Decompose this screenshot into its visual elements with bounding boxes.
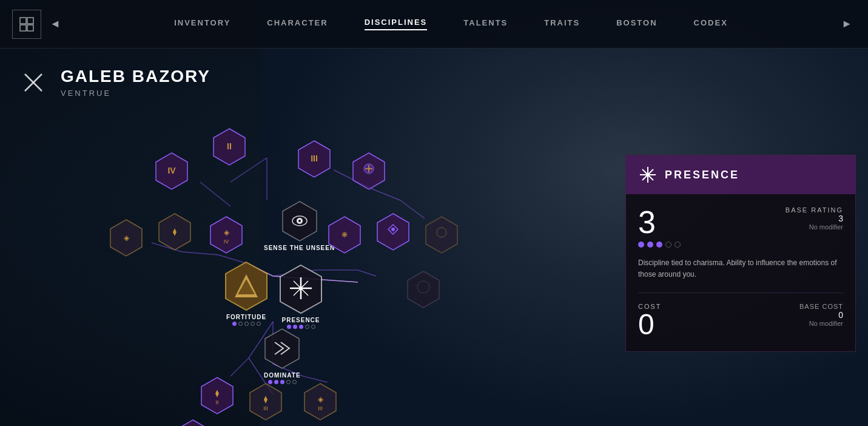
svg-rect-0 (20, 18, 26, 24)
nav-item-traits[interactable]: TRAITS (544, 18, 580, 30)
hex-fortitude (224, 261, 268, 311)
svg-line-25 (303, 376, 328, 382)
close-button[interactable] (18, 67, 49, 98)
hex-bot-mid-1: ⧫ III (249, 382, 283, 421)
info-panel: PRESENCE 3 BASE RATING 3 No modifier Dis… (625, 155, 856, 352)
node-mid-right-3[interactable] (425, 215, 459, 254)
inventory-icon (18, 16, 35, 33)
nav-bar: ◄ INVENTORY CHARACTER DISCIPLINES TALENT… (0, 0, 868, 49)
dot-f3 (244, 322, 249, 326)
panel-star-icon (638, 165, 658, 184)
nav-item-codex[interactable]: CODEX (694, 18, 728, 30)
svg-text:IV: IV (167, 166, 176, 175)
svg-text:❋: ❋ (341, 231, 348, 239)
nav-right-arrow[interactable]: ► (838, 18, 856, 30)
panel-description: Discipline tied to charisma. Ability to … (638, 257, 843, 280)
hex-left-1: ◈ (109, 218, 143, 257)
node-bot-left-2[interactable]: ◈ II (176, 419, 210, 426)
node-top-left-1[interactable]: IV (155, 152, 189, 191)
svg-marker-62 (408, 271, 439, 308)
rdot-1 (638, 242, 644, 248)
nav-item-disciplines[interactable]: DISCIPLINES (365, 18, 428, 30)
node-far-right[interactable] (406, 270, 440, 309)
node-mid-right-2[interactable] (376, 212, 410, 251)
fortitude-dots (232, 322, 261, 326)
base-cost-label: BASE COST (799, 303, 843, 310)
rating-row: 3 BASE RATING 3 No modifier (638, 206, 843, 248)
rdot-3 (656, 242, 662, 248)
node-left-1[interactable]: ◈ (109, 218, 143, 257)
character-info: GALEB BAZORY VENTRUE (18, 67, 210, 98)
cost-section: COST 0 BASE COST 0 No modifier (638, 303, 843, 339)
svg-text:⧫: ⧫ (215, 389, 219, 397)
nav-left-arrow[interactable]: ◄ (46, 18, 64, 30)
hex-bot-mid-2: ◈ III (303, 382, 337, 421)
node-bot-left-1[interactable]: ⧫ II (200, 376, 234, 415)
dot-d5 (292, 380, 297, 384)
base-rating-value: 3 (786, 214, 843, 223)
svg-marker-49 (377, 214, 409, 250)
hex-top-left-1: IV (155, 152, 189, 191)
hex-bot-left-2: ◈ II (176, 419, 210, 426)
hex-left-center: ⧫ (158, 212, 192, 251)
node-far-top-right[interactable] (352, 152, 386, 191)
svg-point-61 (299, 286, 303, 290)
node-bot-mid-1[interactable]: ⧫ III (249, 382, 283, 421)
svg-rect-2 (20, 25, 26, 31)
svg-line-6 (200, 182, 230, 206)
dot-p4 (305, 325, 309, 329)
node-bot-mid-2[interactable]: ◈ III (303, 382, 337, 421)
hex-left-mid: ◈ IV (209, 215, 243, 254)
node-top-right[interactable]: III (297, 140, 331, 178)
panel-title: PRESENCE (665, 169, 739, 181)
character-name: GALEB BAZORY (61, 67, 210, 86)
node-sense-unseen[interactable]: SENSE THE UNSEEN (264, 200, 335, 251)
svg-text:II: II (227, 141, 232, 151)
dot-f1 (232, 322, 237, 326)
node-presence-label: PRESENCE (281, 317, 320, 323)
nav-item-boston[interactable]: BOSTON (616, 18, 657, 30)
panel-divider (638, 292, 843, 293)
rdot-2 (647, 242, 653, 248)
node-sense-unseen-label: SENSE THE UNSEEN (264, 245, 335, 251)
base-rating-label: BASE RATING (786, 206, 843, 214)
dot-f4 (251, 322, 255, 326)
cost-left: COST 0 (638, 303, 662, 339)
skill-tree: IV II III (61, 121, 485, 425)
node-left-center[interactable]: ⧫ (158, 212, 192, 251)
svg-text:⧫: ⧫ (173, 228, 177, 236)
base-cost-value: 0 (799, 310, 843, 320)
node-dominate[interactable]: DOMINATE (264, 328, 301, 384)
rating-left: 3 (638, 206, 681, 248)
nav-item-character[interactable]: CHARACTER (267, 18, 328, 30)
dot-d4 (286, 380, 291, 384)
nav-item-talents[interactable]: TALENTS (463, 18, 508, 30)
hex-sense-unseen (281, 200, 318, 242)
node-fortitude[interactable]: FORTITUDE (224, 261, 268, 326)
base-cost-details: BASE COST 0 No modifier (799, 303, 843, 327)
hex-presence (279, 264, 323, 314)
svg-point-50 (391, 228, 395, 231)
hex-mid-right-3 (425, 215, 459, 254)
hex-mid-right-1: ❋ (328, 215, 362, 254)
nav-items: INVENTORY CHARACTER DISCIPLINES TALENTS … (64, 18, 838, 30)
svg-marker-51 (426, 217, 457, 253)
dot-f2 (238, 322, 243, 326)
hex-far-right (406, 270, 440, 309)
node-mid-right-1[interactable]: ❋ (328, 215, 362, 254)
svg-text:◈: ◈ (318, 395, 324, 404)
svg-point-84 (647, 174, 649, 176)
svg-text:III: III (263, 405, 268, 411)
node-dominate-label: DOMINATE (264, 372, 301, 379)
rating-number: 3 (638, 206, 681, 238)
svg-rect-3 (27, 25, 33, 31)
svg-text:III: III (311, 154, 318, 163)
node-left-mid[interactable]: ◈ IV (209, 215, 243, 254)
node-top-center[interactable]: II (212, 127, 246, 166)
rdot-4 (665, 242, 671, 248)
svg-line-22 (230, 358, 249, 376)
close-icon (22, 72, 44, 93)
svg-line-19 (358, 270, 376, 276)
nav-item-inventory[interactable]: INVENTORY (174, 18, 230, 30)
node-presence[interactable]: PRESENCE (279, 264, 323, 329)
